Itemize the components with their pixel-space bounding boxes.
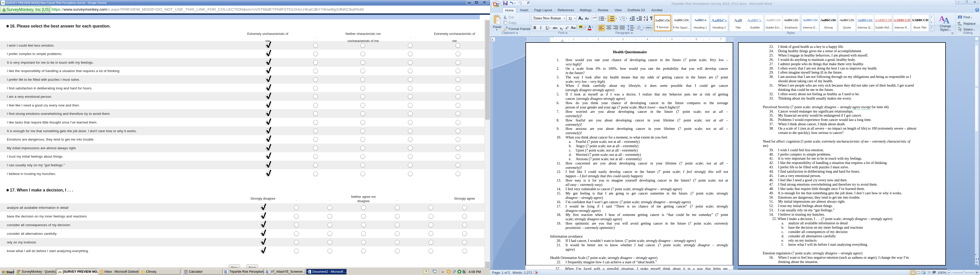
svg-text:Z: Z — [644, 19, 646, 21]
svg-text:ac: ac — [959, 24, 962, 25]
svg-text:W: W — [308, 271, 310, 273]
svg-text:A: A — [644, 16, 646, 19]
svg-text:1: 1 — [619, 16, 620, 18]
svg-text:W: W — [266, 271, 269, 273]
svg-text:W: W — [225, 271, 227, 273]
svg-text:i: i — [621, 20, 622, 21]
svg-text:1: 1 — [608, 16, 609, 18]
svg-text:3: 3 — [608, 20, 609, 21]
svg-text:2: 2 — [608, 18, 609, 20]
